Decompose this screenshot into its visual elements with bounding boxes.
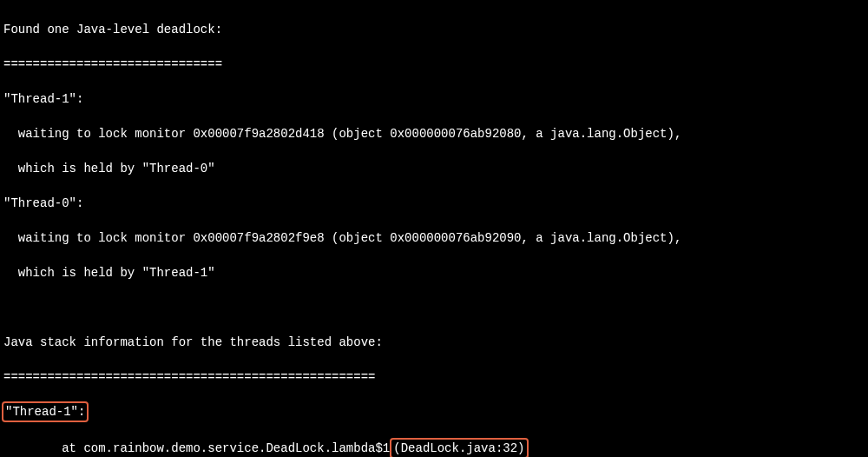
thread-1-waiting: waiting to lock monitor 0x00007f9a2802d4… — [3, 125, 865, 142]
terminal-output: Found one Java-level deadlock: =========… — [0, 0, 868, 457]
frame-text: at com.rainbow.demo.service.DeadLock.lam… — [3, 441, 390, 455]
blank-line — [3, 299, 865, 316]
deadlock-header: Found one Java-level deadlock: — [3, 21, 865, 38]
stack-thread-1-label: "Thread-1": — [3, 403, 865, 421]
thread-1-name: "Thread-1": — [3, 90, 865, 108]
stack-info-title: Java stack information for the threads l… — [3, 334, 865, 351]
highlight-annotation: (DeadLock.java:32) — [390, 438, 528, 457]
thread-0-name: "Thread-0": — [3, 195, 865, 212]
separator: ============================== — [3, 56, 865, 73]
thread-0-waiting: waiting to lock monitor 0x00007f9a2802f9… — [3, 229, 865, 247]
highlight-annotation: "Thread-1": — [2, 401, 89, 422]
thread-1-heldby: which is held by "Thread-0" — [3, 160, 865, 177]
thread-0-heldby: which is held by "Thread-1" — [3, 264, 865, 281]
stack-thread-1-frame: at com.rainbow.demo.service.DeadLock.lam… — [3, 438, 865, 457]
separator: ========================================… — [3, 368, 865, 386]
